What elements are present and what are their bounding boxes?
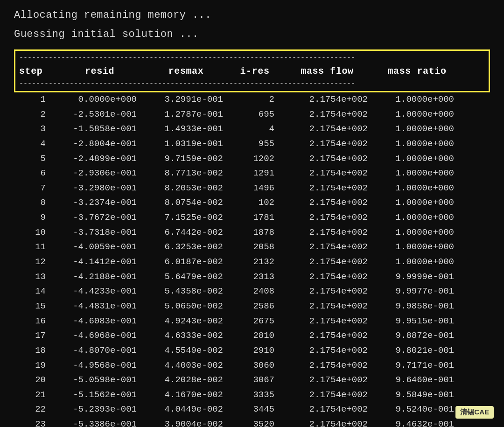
cell-massratio: 9.9515e-001: [372, 315, 459, 328]
cell-massflow: 2.1754e+002: [279, 153, 372, 165]
cell-massflow: 2.1754e+002: [279, 404, 372, 416]
table-row: 21 -5.1562e-001 4.1670e-002 3335 2.1754e…: [14, 388, 490, 403]
cell-step: 23: [18, 419, 55, 427]
cell-resmax: 8.0754e-002: [141, 197, 228, 209]
cell-resid: -4.0059e-001: [55, 241, 141, 253]
cell-step: 21: [18, 389, 55, 401]
cell-step: 4: [18, 138, 55, 150]
cell-massratio: 1.0000e+000: [372, 109, 459, 121]
cell-massratio: 1.0000e+000: [372, 182, 459, 195]
cell-resmax: 3.9004e-002: [141, 419, 228, 427]
cell-step: 11: [18, 241, 55, 253]
cell-massratio: 9.8021e-001: [372, 345, 459, 357]
table-row: 14 -4.4233e-001 5.4358e-002 2408 2.1754e…: [14, 284, 490, 299]
cell-ires: 695: [228, 109, 279, 121]
cell-step: 7: [18, 182, 55, 195]
cell-resid: -4.9568e-001: [55, 360, 141, 372]
cell-massflow: 2.1754e+002: [279, 94, 372, 106]
cell-resid: -4.2188e-001: [55, 271, 141, 283]
cell-massratio: 1.0000e+000: [372, 94, 459, 106]
cell-resmax: 4.9243e-002: [141, 315, 228, 328]
cell-step: 10: [18, 227, 55, 239]
cell-resid: -4.8070e-001: [55, 345, 141, 357]
cell-massratio: 9.9977e-001: [372, 286, 459, 298]
table-row: 12 -4.1412e-001 6.0187e-002 2132 2.1754e…: [14, 255, 490, 270]
cell-resid: -4.6968e-001: [55, 330, 141, 342]
table-row: 5 -2.4899e-001 9.7159e-002 1202 2.1754e+…: [14, 152, 490, 167]
cell-massratio: 1.0000e+000: [372, 256, 459, 268]
cell-step: 14: [18, 286, 55, 298]
cell-ires: 2313: [228, 271, 279, 283]
cell-resmax: 6.3253e-002: [141, 241, 228, 253]
cell-massflow: 2.1754e+002: [279, 227, 372, 239]
cell-resid: -4.4831e-001: [55, 301, 141, 313]
cell-step: 9: [18, 212, 55, 224]
cell-resmax: 5.4358e-002: [141, 286, 228, 298]
cell-ires: 2910: [228, 345, 279, 357]
cell-massflow: 2.1754e+002: [279, 389, 372, 401]
cell-massratio: 9.9999e-001: [372, 271, 459, 283]
cell-resid: 0.0000e+000: [55, 94, 141, 106]
cell-ires: 3520: [228, 419, 279, 427]
cell-step: 13: [18, 271, 55, 283]
cell-step: 3: [18, 123, 55, 135]
cell-step: 2: [18, 109, 55, 121]
cell-ires: 2586: [228, 301, 279, 313]
cell-ires: 3067: [228, 374, 279, 386]
cell-resid: -2.5301e-001: [55, 109, 141, 121]
cell-resid: -3.7672e-001: [55, 212, 141, 224]
header-resid: resid: [56, 66, 143, 77]
cell-ires: 2: [228, 94, 279, 106]
cell-resmax: 9.7159e-002: [141, 153, 228, 165]
cell-massflow: 2.1754e+002: [279, 256, 372, 268]
cell-resid: -2.8004e-001: [55, 138, 141, 150]
cell-massflow: 2.1754e+002: [279, 168, 372, 180]
cell-step: 8: [18, 197, 55, 209]
cell-resmax: 4.2028e-002: [141, 374, 228, 386]
table-row: 17 -4.6968e-001 4.6333e-002 2810 2.1754e…: [14, 329, 490, 343]
header-massratio: mass ratio: [374, 66, 460, 77]
cell-ires: 2058: [228, 241, 279, 253]
cell-massflow: 2.1754e+002: [279, 182, 372, 195]
cell-step: 5: [18, 153, 55, 165]
cell-ires: 1202: [228, 153, 279, 165]
table-row: 6 -2.9306e-001 8.7713e-002 1291 2.1754e+…: [14, 166, 490, 181]
cell-resid: -2.4899e-001: [55, 153, 141, 165]
cell-ires: 1878: [228, 227, 279, 239]
header-block: ----------------------------------------…: [14, 49, 490, 92]
cell-resid: -4.4233e-001: [55, 286, 141, 298]
table-row: 2 -2.5301e-001 1.2787e-001 695 2.1754e+0…: [14, 107, 490, 122]
cell-resmax: 4.4003e-002: [141, 360, 228, 372]
cell-massratio: 1.0000e+000: [372, 168, 459, 180]
table-row: 7 -3.2980e-001 8.2053e-002 1496 2.1754e+…: [14, 181, 490, 196]
cell-resmax: 6.7442e-002: [141, 227, 228, 239]
cell-resid: -2.9306e-001: [55, 168, 141, 180]
cell-resid: -5.2393e-001: [55, 404, 141, 416]
cell-resmax: 6.0187e-002: [141, 256, 228, 268]
cell-ires: 2810: [228, 330, 279, 342]
cell-massflow: 2.1754e+002: [279, 301, 372, 313]
data-table: 1 0.0000e+000 3.2991e-001 2 2.1754e+002 …: [14, 92, 490, 427]
cell-resmax: 7.1525e-002: [141, 212, 228, 224]
cell-massflow: 2.1754e+002: [279, 360, 372, 372]
cell-step: 19: [18, 360, 55, 372]
cell-ires: 1496: [228, 182, 279, 195]
cell-step: 1: [18, 94, 55, 106]
table-row: 3 -1.5858e-001 1.4933e-001 4 2.1754e+002…: [14, 122, 490, 137]
cell-resid: -3.2980e-001: [55, 182, 141, 195]
cell-resmax: 5.6479e-002: [141, 271, 228, 283]
cell-massflow: 2.1754e+002: [279, 212, 372, 224]
cell-massratio: 1.0000e+000: [372, 138, 459, 150]
cell-resid: -3.2374e-001: [55, 197, 141, 209]
table-row: 8 -3.2374e-001 8.0754e-002 102 2.1754e+0…: [14, 196, 490, 210]
table-row: 22 -5.2393e-001 4.0449e-002 3445 2.1754e…: [14, 402, 490, 417]
table-row: 1 0.0000e+000 3.2991e-001 2 2.1754e+002 …: [14, 92, 490, 107]
watermark: 清锡CAE: [455, 406, 494, 419]
cell-massflow: 2.1754e+002: [279, 286, 372, 298]
cell-massflow: 2.1754e+002: [279, 241, 372, 253]
cell-massratio: 9.6460e-001: [372, 374, 459, 386]
cell-ires: 1291: [228, 168, 279, 180]
cell-resmax: 4.6333e-002: [141, 330, 228, 342]
cell-resmax: 8.7713e-002: [141, 168, 228, 180]
bottom-divider: ----------------------------------------…: [15, 79, 489, 89]
